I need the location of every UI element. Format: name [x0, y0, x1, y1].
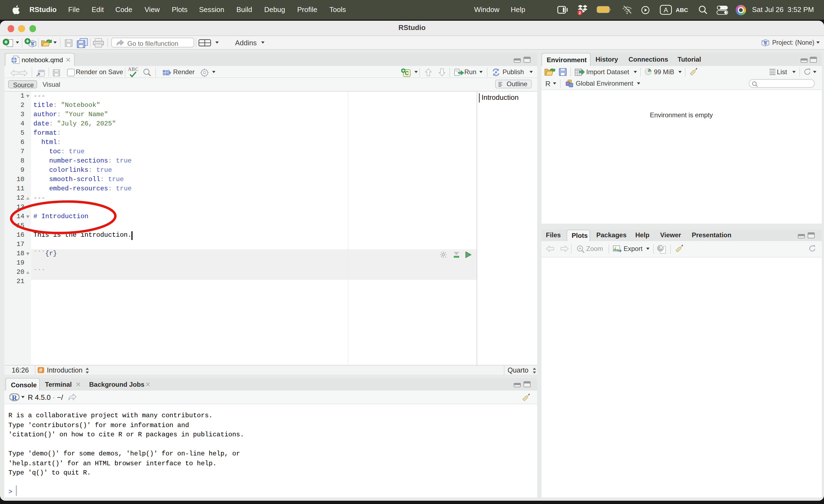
svg-text:A: A — [664, 6, 668, 14]
svg-text:R: R — [12, 394, 17, 401]
svg-text:2: 2 — [579, 10, 581, 15]
svg-text:R: R — [31, 41, 34, 46]
svg-text:R: R — [764, 40, 767, 45]
svg-text:C: C — [405, 70, 409, 76]
